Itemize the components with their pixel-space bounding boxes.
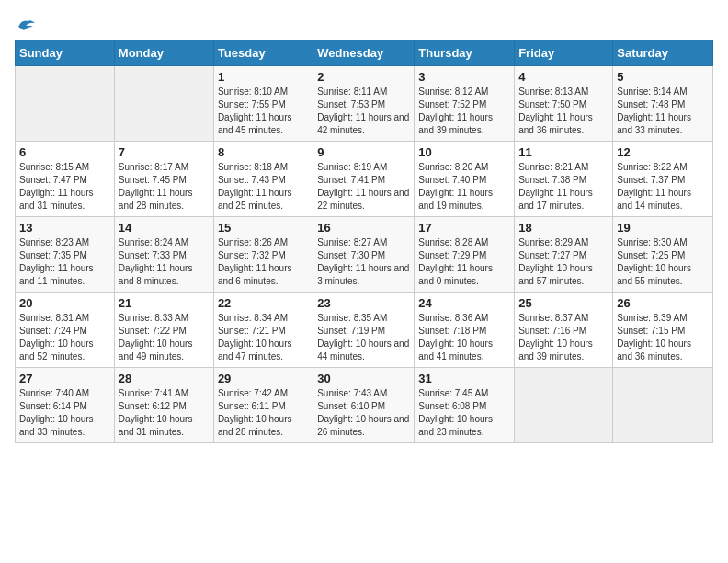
day-info: Sunrise: 8:28 AM Sunset: 7:29 PM Dayligh…	[418, 236, 510, 288]
day-number: 9	[317, 145, 410, 159]
day-info: Sunrise: 8:21 AM Sunset: 7:38 PM Dayligh…	[518, 161, 609, 213]
calendar-cell: 17Sunrise: 8:28 AM Sunset: 7:29 PM Dayli…	[415, 216, 515, 292]
day-number: 14	[119, 221, 210, 235]
day-header-monday: Monday	[114, 40, 213, 65]
day-number: 7	[119, 145, 210, 159]
logo	[15, 15, 37, 32]
calendar-cell: 19Sunrise: 8:30 AM Sunset: 7:25 PM Dayli…	[613, 216, 713, 292]
calendar-cell: 24Sunrise: 8:36 AM Sunset: 7:18 PM Dayli…	[415, 292, 515, 367]
calendar-header-row: SundayMondayTuesdayWednesdayThursdayFrid…	[16, 40, 713, 65]
calendar-cell: 29Sunrise: 7:42 AM Sunset: 6:11 PM Dayli…	[213, 367, 313, 442]
day-number: 20	[19, 296, 110, 310]
day-number: 6	[19, 145, 110, 159]
calendar-cell: 20Sunrise: 8:31 AM Sunset: 7:24 PM Dayli…	[16, 292, 115, 367]
calendar-cell	[613, 367, 713, 442]
week-row-3: 13Sunrise: 8:23 AM Sunset: 7:35 PM Dayli…	[16, 216, 713, 292]
calendar-cell: 8Sunrise: 8:18 AM Sunset: 7:43 PM Daylig…	[213, 141, 313, 216]
day-header-wednesday: Wednesday	[313, 40, 415, 65]
day-header-sunday: Sunday	[16, 40, 115, 65]
day-header-friday: Friday	[515, 40, 613, 65]
day-info: Sunrise: 7:42 AM Sunset: 6:11 PM Dayligh…	[218, 387, 309, 439]
day-number: 8	[218, 145, 309, 159]
day-header-saturday: Saturday	[613, 40, 713, 65]
day-info: Sunrise: 8:33 AM Sunset: 7:22 PM Dayligh…	[119, 312, 210, 363]
day-info: Sunrise: 8:34 AM Sunset: 7:21 PM Dayligh…	[218, 312, 309, 363]
week-row-2: 6Sunrise: 8:15 AM Sunset: 7:47 PM Daylig…	[16, 141, 713, 216]
day-number: 21	[119, 296, 210, 310]
day-info: Sunrise: 7:43 AM Sunset: 6:10 PM Dayligh…	[317, 387, 410, 439]
calendar-cell: 16Sunrise: 8:27 AM Sunset: 7:30 PM Dayli…	[313, 216, 415, 292]
calendar-cell: 23Sunrise: 8:35 AM Sunset: 7:19 PM Dayli…	[313, 292, 415, 367]
day-number: 29	[218, 372, 309, 385]
calendar-cell: 30Sunrise: 7:43 AM Sunset: 6:10 PM Dayli…	[313, 367, 415, 442]
day-number: 27	[19, 372, 110, 385]
calendar-cell	[16, 65, 115, 141]
calendar-cell: 28Sunrise: 7:41 AM Sunset: 6:12 PM Dayli…	[114, 367, 213, 442]
calendar-cell: 27Sunrise: 7:40 AM Sunset: 6:14 PM Dayli…	[16, 367, 115, 442]
calendar-cell: 14Sunrise: 8:24 AM Sunset: 7:33 PM Dayli…	[114, 216, 213, 292]
day-info: Sunrise: 8:29 AM Sunset: 7:27 PM Dayligh…	[518, 236, 609, 288]
calendar-cell: 7Sunrise: 8:17 AM Sunset: 7:45 PM Daylig…	[114, 141, 213, 216]
day-info: Sunrise: 8:31 AM Sunset: 7:24 PM Dayligh…	[19, 312, 110, 363]
calendar-cell: 11Sunrise: 8:21 AM Sunset: 7:38 PM Dayli…	[515, 141, 613, 216]
day-info: Sunrise: 8:22 AM Sunset: 7:37 PM Dayligh…	[617, 161, 709, 213]
day-info: Sunrise: 8:37 AM Sunset: 7:16 PM Dayligh…	[518, 312, 609, 363]
day-number: 22	[218, 296, 309, 310]
calendar-cell: 26Sunrise: 8:39 AM Sunset: 7:15 PM Dayli…	[613, 292, 713, 367]
day-number: 3	[418, 70, 510, 84]
calendar-cell: 9Sunrise: 8:19 AM Sunset: 7:41 PM Daylig…	[313, 141, 415, 216]
day-info: Sunrise: 8:35 AM Sunset: 7:19 PM Dayligh…	[317, 312, 410, 363]
day-info: Sunrise: 8:15 AM Sunset: 7:47 PM Dayligh…	[19, 161, 110, 213]
calendar-cell: 25Sunrise: 8:37 AM Sunset: 7:16 PM Dayli…	[515, 292, 613, 367]
day-info: Sunrise: 7:45 AM Sunset: 6:08 PM Dayligh…	[418, 387, 510, 439]
day-number: 4	[518, 70, 609, 84]
day-info: Sunrise: 7:41 AM Sunset: 6:12 PM Dayligh…	[119, 387, 210, 439]
day-number: 23	[317, 296, 410, 310]
day-number: 15	[218, 221, 309, 235]
calendar-table: SundayMondayTuesdayWednesdayThursdayFrid…	[15, 40, 713, 443]
day-number: 2	[317, 70, 410, 84]
day-header-thursday: Thursday	[415, 40, 515, 65]
logo-bird-icon	[17, 17, 37, 34]
day-info: Sunrise: 8:26 AM Sunset: 7:32 PM Dayligh…	[218, 236, 309, 288]
day-number: 31	[418, 372, 510, 385]
day-info: Sunrise: 8:17 AM Sunset: 7:45 PM Dayligh…	[119, 161, 210, 213]
calendar-cell: 3Sunrise: 8:12 AM Sunset: 7:52 PM Daylig…	[415, 65, 515, 141]
calendar-cell: 1Sunrise: 8:10 AM Sunset: 7:55 PM Daylig…	[213, 65, 313, 141]
calendar-cell: 5Sunrise: 8:14 AM Sunset: 7:48 PM Daylig…	[613, 65, 713, 141]
week-row-5: 27Sunrise: 7:40 AM Sunset: 6:14 PM Dayli…	[16, 367, 713, 442]
calendar-cell: 18Sunrise: 8:29 AM Sunset: 7:27 PM Dayli…	[515, 216, 613, 292]
day-number: 10	[418, 145, 510, 159]
calendar-cell: 15Sunrise: 8:26 AM Sunset: 7:32 PM Dayli…	[213, 216, 313, 292]
day-number: 28	[119, 372, 210, 385]
day-info: Sunrise: 8:23 AM Sunset: 7:35 PM Dayligh…	[19, 236, 110, 288]
day-info: Sunrise: 8:11 AM Sunset: 7:53 PM Dayligh…	[317, 86, 410, 137]
day-info: Sunrise: 8:10 AM Sunset: 7:55 PM Dayligh…	[218, 86, 309, 137]
week-row-1: 1Sunrise: 8:10 AM Sunset: 7:55 PM Daylig…	[16, 65, 713, 141]
day-number: 19	[617, 221, 709, 235]
day-number: 24	[418, 296, 510, 310]
day-number: 30	[317, 372, 410, 385]
day-info: Sunrise: 8:20 AM Sunset: 7:40 PM Dayligh…	[418, 161, 510, 213]
calendar-cell: 13Sunrise: 8:23 AM Sunset: 7:35 PM Dayli…	[16, 216, 115, 292]
calendar-cell	[114, 65, 213, 141]
day-info: Sunrise: 8:36 AM Sunset: 7:18 PM Dayligh…	[418, 312, 510, 363]
day-number: 1	[218, 70, 309, 84]
day-header-tuesday: Tuesday	[213, 40, 313, 65]
day-number: 17	[418, 221, 510, 235]
calendar-cell: 10Sunrise: 8:20 AM Sunset: 7:40 PM Dayli…	[415, 141, 515, 216]
calendar-cell: 22Sunrise: 8:34 AM Sunset: 7:21 PM Dayli…	[213, 292, 313, 367]
page-header	[15, 15, 713, 32]
day-number: 26	[617, 296, 709, 310]
calendar-cell: 4Sunrise: 8:13 AM Sunset: 7:50 PM Daylig…	[515, 65, 613, 141]
day-number: 11	[518, 145, 609, 159]
calendar-cell: 6Sunrise: 8:15 AM Sunset: 7:47 PM Daylig…	[16, 141, 115, 216]
day-info: Sunrise: 8:14 AM Sunset: 7:48 PM Dayligh…	[617, 86, 709, 137]
day-number: 16	[317, 221, 410, 235]
calendar-cell: 12Sunrise: 8:22 AM Sunset: 7:37 PM Dayli…	[613, 141, 713, 216]
day-info: Sunrise: 8:27 AM Sunset: 7:30 PM Dayligh…	[317, 236, 410, 288]
day-info: Sunrise: 8:12 AM Sunset: 7:52 PM Dayligh…	[418, 86, 510, 137]
calendar-cell: 31Sunrise: 7:45 AM Sunset: 6:08 PM Dayli…	[415, 367, 515, 442]
day-info: Sunrise: 8:30 AM Sunset: 7:25 PM Dayligh…	[617, 236, 709, 288]
day-number: 25	[518, 296, 609, 310]
